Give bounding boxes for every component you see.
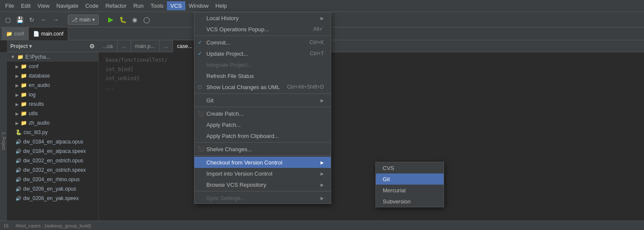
status-text: #test_cases : [wakeup_group_build]: [15, 223, 91, 228]
submenu-item-git[interactable]: Git: [376, 173, 444, 185]
tree-item-opus3[interactable]: 🔊 dw_0204_en_rhino.opus: [7, 175, 98, 184]
menu-file[interactable]: File: [2, 1, 18, 10]
separator: [194, 142, 331, 143]
menu-item-show-uml[interactable]: ⬡ Show Local Changes as UML Ctrl+Alt+Shi…: [194, 81, 331, 93]
save-btn[interactable]: 💾: [15, 15, 25, 25]
shortcut-label: Alt+`: [313, 26, 324, 32]
menu-tools[interactable]: Tools: [147, 1, 167, 10]
menu-item-local-history[interactable]: Local History ▶: [194, 12, 331, 24]
branch-selector[interactable]: ⎇ main ▾: [68, 15, 99, 25]
editor-tab-4[interactable]: case...: [173, 40, 197, 52]
submenu-item-subversion[interactable]: Subversion: [376, 196, 444, 207]
root-label: E:\Pycha...: [25, 54, 50, 60]
editor-area: ...ca ... main.p... ... case... base/fun…: [99, 40, 644, 230]
run-btn[interactable]: ▶: [106, 15, 116, 25]
menu-item-browse[interactable]: Browse VCS Repository ▶: [194, 179, 331, 190]
menu-item-apply-patch[interactable]: Apply Patch...: [194, 119, 331, 130]
submenu-item-mercurial[interactable]: Mercurial: [376, 185, 444, 196]
menu-navigate[interactable]: Navigate: [53, 1, 82, 10]
menu-item-commit[interactable]: ✓ Commit... Ctrl+K: [194, 37, 331, 48]
forward-btn[interactable]: →: [51, 15, 61, 25]
profile-btn[interactable]: ◯: [142, 15, 152, 25]
tree-item-opus2[interactable]: 🔊 dw_0202_en_ostrich.opus: [7, 156, 98, 165]
tree-item-opus4[interactable]: 🔊 dw_0206_en_yak.opus: [7, 184, 98, 194]
separator: [194, 93, 331, 94]
shortcut-label: Ctrl+T: [310, 51, 324, 57]
project-root[interactable]: ▼ 📁 E:\Pycha...: [7, 52, 98, 62]
arrow-icon: ▶: [15, 111, 19, 116]
arrow-icon: ▶: [15, 121, 19, 125]
menu-refactor[interactable]: Refactor: [102, 1, 130, 10]
item-label: Apply Patch from Clipboard...: [206, 133, 279, 139]
coverage-btn[interactable]: ◉: [130, 15, 140, 25]
editor-tab-2[interactable]: main.p...: [131, 40, 160, 52]
item-label: Local History: [206, 15, 239, 21]
tree-item-zh-audio[interactable]: ▶ 📁 zh_audio: [7, 118, 98, 128]
tree-item-csc[interactable]: 🐍 csc_lit3.py: [7, 128, 98, 137]
branch-dropdown-icon: ▾: [92, 17, 95, 23]
menu-window[interactable]: Window: [185, 1, 212, 10]
menu-run[interactable]: Run: [130, 1, 147, 10]
tab-label: main.p...: [135, 43, 155, 49]
tab-mainconf[interactable]: 📄 main.conf: [29, 27, 68, 40]
menu-item-git[interactable]: Git ▶: [194, 95, 331, 106]
branch-icon: ⎇: [72, 17, 78, 23]
item-label: dw_0206_en_yak.opus: [23, 186, 76, 192]
submenu-arrow-icon: ▶: [320, 171, 324, 176]
tree-item-opus1[interactable]: 🔊 dw_0184_en_alpaca.opus: [7, 137, 98, 146]
sync-icon[interactable]: ⚙: [89, 43, 95, 50]
item-label: results: [29, 101, 44, 107]
menu-edit[interactable]: Edit: [18, 1, 34, 10]
menu-item-update-project[interactable]: ✓ Update Project... Ctrl+T: [194, 48, 331, 59]
menu-view[interactable]: View: [34, 1, 53, 10]
patch-icon: ⬛: [198, 111, 204, 116]
tab-conf-label: conf: [14, 31, 24, 37]
editor-tab-3[interactable]: ...: [160, 40, 173, 52]
debug-btn[interactable]: 🐛: [118, 15, 128, 25]
menu-item-import[interactable]: Import into Version Control ▶: [194, 168, 331, 179]
folder-icon: 📁: [21, 63, 27, 69]
item-label: Integrate Project...: [206, 62, 252, 68]
item-label: Subversion: [383, 198, 411, 205]
tree-item-utils[interactable]: ▶ 📁 utils: [7, 109, 98, 118]
tree-item-log[interactable]: ▶ 📁 log: [7, 90, 98, 99]
menu-item-shelve[interactable]: ⬛ Shelve Changes...: [194, 143, 331, 155]
tree-item-speex2[interactable]: 🔊 dw_0202_en_ostrich.speex: [7, 165, 98, 175]
folder-icon: 📁: [21, 111, 27, 116]
checkmark-icon: ✓: [198, 39, 202, 45]
tree-item-speex3[interactable]: 🔊 dw_0206_en_yak.speex: [7, 194, 98, 203]
sync-btn[interactable]: ↻: [27, 15, 37, 25]
item-label: Mercurial: [383, 187, 405, 194]
folder-icon: 📁: [21, 82, 27, 88]
menu-help[interactable]: Help: [212, 1, 230, 10]
menu-code[interactable]: Code: [82, 1, 102, 10]
tree-item-conf[interactable]: ▶ 📁 conf: [7, 62, 98, 71]
separator: [194, 191, 331, 191]
item-label: csc_lit3.py: [24, 129, 48, 135]
file-icon: 📄: [33, 31, 39, 37]
submenu-item-cvs[interactable]: CVS: [376, 162, 444, 173]
menu-item-vcs-ops[interactable]: VCS Operations Popup... Alt+`: [194, 24, 331, 35]
project-sidebar: 1: Project Project ▾ ⚙ ▼ 📁 E:\Pycha... ▶…: [0, 40, 99, 230]
menu-vcs[interactable]: VCS: [167, 1, 185, 10]
new-file-btn[interactable]: ▢: [3, 15, 13, 25]
back-btn[interactable]: ←: [39, 15, 49, 25]
separator: [194, 155, 331, 156]
menu-item-apply-clipboard[interactable]: Apply Patch from Clipboard...: [194, 130, 331, 141]
tree-item-database[interactable]: ▶ 📁 database: [7, 71, 98, 81]
item-label: Apply Patch...: [206, 122, 241, 128]
folder-icon: 📁: [21, 120, 27, 126]
tree-item-speex1[interactable]: 🔊 dw_0184_en_alpaca.speex: [7, 146, 98, 156]
item-label: Git: [383, 176, 390, 182]
editor-tab-0[interactable]: ...ca: [99, 40, 118, 52]
tree-item-en-audio[interactable]: ▶ 📁 en_audio: [7, 81, 98, 90]
menu-item-checkout[interactable]: Checkout from Version Control ▶: [194, 157, 331, 168]
tab-conf[interactable]: 📁 conf: [2, 27, 29, 40]
editor-tab-1[interactable]: ...: [118, 40, 131, 52]
menu-item-create-patch[interactable]: ⬛ Create Patch...: [194, 108, 331, 119]
item-label: conf: [29, 63, 39, 69]
tree-item-results[interactable]: ▶ 📁 results: [7, 99, 98, 109]
item-label: dw_0204_en_rhino.opus: [23, 176, 79, 182]
menu-item-refresh[interactable]: Refresh File Status: [194, 70, 331, 81]
project-stripe[interactable]: 1: Project: [0, 52, 7, 230]
